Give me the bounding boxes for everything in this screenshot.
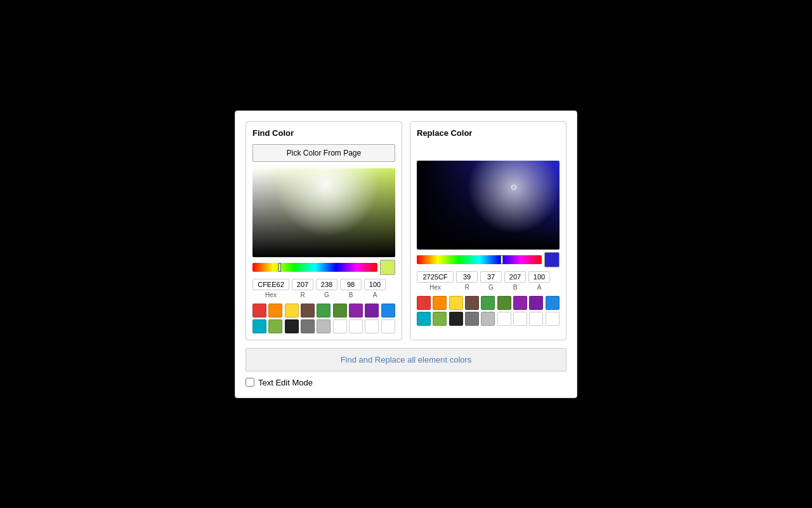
find-swatch[interactable] — [252, 319, 266, 333]
find-b-label: B — [349, 291, 353, 298]
find-swatch[interactable] — [381, 304, 395, 318]
replace-color-panel: Replace Color Hex R — [410, 121, 566, 340]
find-b-field: B — [340, 279, 362, 298]
replace-b-input[interactable] — [504, 271, 526, 283]
replace-swatches-grid — [417, 296, 560, 326]
find-hue-thumb — [278, 263, 281, 272]
find-swatch[interactable] — [301, 304, 315, 318]
replace-g-input[interactable] — [480, 271, 502, 283]
find-hex-input[interactable] — [252, 279, 289, 290]
find-hex-field: Hex — [252, 279, 289, 298]
find-swatch[interactable] — [317, 319, 331, 333]
replace-color-swatch-large — [544, 252, 560, 267]
replace-swatch[interactable] — [513, 296, 527, 310]
replace-swatch[interactable] — [546, 312, 560, 326]
replace-r-input[interactable] — [456, 271, 478, 283]
text-edit-label: Text Edit Mode — [258, 378, 313, 387]
main-panel: Find Color Pick Color From Page Hex R — [235, 110, 577, 398]
replace-hex-label: Hex — [429, 284, 441, 291]
replace-hue-slider[interactable] — [417, 255, 542, 264]
replace-sliders-row — [417, 252, 560, 267]
find-replace-button[interactable]: Find and Replace all element colors — [246, 348, 566, 371]
find-swatch[interactable] — [349, 319, 363, 333]
replace-swatch[interactable] — [529, 296, 543, 310]
find-swatch[interactable] — [285, 319, 299, 333]
replace-rgba-row: Hex R G B A — [417, 271, 560, 291]
find-r-input[interactable] — [292, 279, 313, 290]
replace-swatch[interactable] — [449, 296, 463, 310]
replace-a-field: A — [528, 271, 550, 291]
text-edit-checkbox[interactable] — [246, 378, 254, 387]
find-a-input[interactable] — [364, 279, 386, 290]
color-pickers-row: Find Color Pick Color From Page Hex R — [246, 121, 566, 340]
find-g-field: G — [316, 279, 337, 298]
replace-swatch[interactable] — [433, 296, 447, 310]
replace-swatch[interactable] — [529, 312, 543, 326]
pick-color-button[interactable]: Pick Color From Page — [252, 144, 395, 162]
replace-swatch[interactable] — [497, 312, 511, 326]
find-swatch[interactable] — [333, 304, 347, 318]
find-swatch[interactable] — [349, 304, 363, 318]
replace-gradient-cursor — [511, 185, 516, 190]
find-r-field: R — [292, 279, 313, 298]
replace-swatch[interactable] — [417, 296, 431, 310]
find-sliders-row — [252, 260, 395, 275]
replace-hex-input[interactable] — [417, 271, 454, 283]
text-edit-row: Text Edit Mode — [246, 378, 566, 387]
find-swatch[interactable] — [285, 304, 299, 318]
find-swatches-grid — [252, 304, 395, 333]
find-swatch[interactable] — [317, 304, 331, 318]
replace-swatch[interactable] — [546, 296, 560, 310]
find-swatch[interactable] — [365, 304, 379, 318]
replace-swatch[interactable] — [465, 312, 479, 326]
find-gradient-cursor — [324, 182, 329, 187]
replace-color-gradient[interactable] — [417, 161, 560, 250]
find-panel-title: Find Color — [252, 128, 395, 138]
replace-swatch[interactable] — [497, 296, 511, 310]
find-rgba-row: Hex R G B A — [252, 279, 395, 298]
find-color-swatch-large — [380, 260, 395, 275]
replace-b-label: B — [513, 284, 518, 291]
replace-r-label: R — [464, 284, 469, 291]
find-swatch[interactable] — [333, 319, 347, 333]
find-a-field: A — [364, 279, 386, 298]
find-swatch[interactable] — [301, 319, 315, 333]
find-swatch[interactable] — [268, 304, 282, 318]
find-a-label: A — [373, 291, 377, 298]
replace-hue-thumb — [501, 255, 503, 264]
replace-swatch[interactable] — [417, 312, 431, 326]
replace-b-field: B — [504, 271, 526, 291]
find-hue-slider[interactable] — [252, 263, 377, 272]
find-b-input[interactable] — [340, 279, 362, 290]
find-swatch[interactable] — [268, 319, 282, 333]
replace-g-label: G — [488, 284, 494, 291]
replace-swatch[interactable] — [433, 312, 447, 326]
replace-g-field: G — [480, 271, 502, 291]
replace-swatch[interactable] — [449, 312, 463, 326]
find-g-label: G — [324, 291, 329, 298]
replace-panel-title: Replace Color — [417, 128, 560, 138]
replace-swatch[interactable] — [513, 312, 527, 326]
replace-swatch[interactable] — [481, 296, 495, 310]
replace-a-label: A — [537, 284, 542, 291]
find-color-panel: Find Color Pick Color From Page Hex R — [246, 121, 402, 340]
replace-a-input[interactable] — [528, 271, 550, 283]
find-swatch[interactable] — [252, 304, 266, 318]
find-g-input[interactable] — [316, 279, 337, 290]
find-swatch[interactable] — [381, 319, 395, 333]
find-hex-label: Hex — [265, 291, 277, 298]
replace-swatch[interactable] — [465, 296, 479, 310]
find-r-label: R — [300, 291, 304, 298]
replace-hex-field: Hex — [417, 271, 454, 291]
replace-r-field: R — [456, 271, 478, 291]
find-color-gradient[interactable] — [252, 168, 395, 257]
find-swatch[interactable] — [365, 319, 379, 333]
replace-swatch[interactable] — [481, 312, 495, 326]
